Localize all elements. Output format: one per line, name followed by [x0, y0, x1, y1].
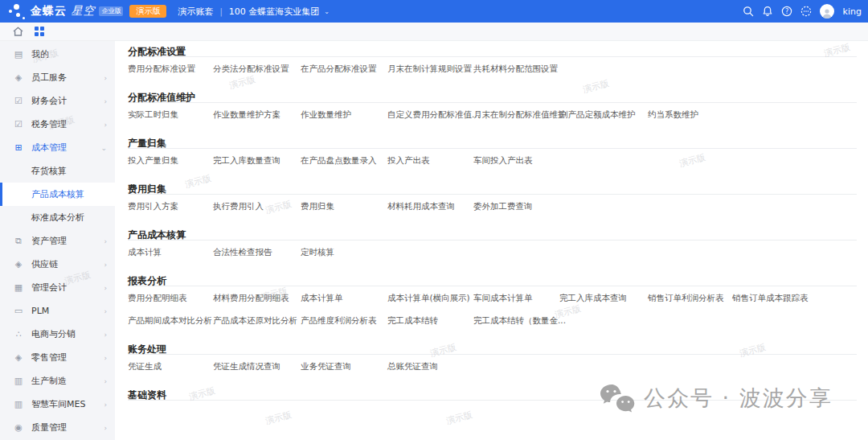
section-title: 分配标准设置 — [128, 46, 857, 57]
menu-item[interactable]: 产品成本还原对比分析 — [213, 309, 297, 331]
menu-item[interactable]: 车间成本计算单 — [473, 286, 533, 309]
menu-item[interactable]: 业务凭证查询 — [301, 355, 351, 377]
org-name: 100 金蝶蓝海实业集团 — [229, 6, 320, 18]
menu-item[interactable]: 在产品盘点数量录入 — [301, 149, 377, 171]
sidebar-item-tax-management[interactable]: ☑税务管理› — [0, 113, 115, 136]
menu-item[interactable]: 月末在制计算规则设置 — [387, 57, 472, 80]
menu-item[interactable]: 作业数量维护 — [301, 103, 351, 125]
sidebar-item-production-manufacturing[interactable]: ▥生产制造› — [0, 369, 115, 393]
layers-icon: ◈ — [13, 259, 24, 269]
menu-item[interactable]: 销售订单利润分析表 — [648, 286, 724, 309]
menu-row: 费用分配明细表材料费用分配明细表成本计算单成本计算单(横向展示)车间成本计算单完… — [128, 286, 868, 309]
sidebar-item-asset-management[interactable]: ⧉资产管理› — [0, 229, 115, 253]
menu-item[interactable]: 凭证生成情况查询 — [213, 355, 280, 377]
menu-item[interactable]: 完工成本结转（数量金... — [473, 309, 566, 331]
menu-item[interactable]: 车间投入产出表 — [473, 149, 533, 171]
menu-item[interactable]: 总账凭证查询 — [387, 355, 438, 377]
menu-item[interactable]: 作业数量维护方案 — [213, 103, 280, 125]
menu-item[interactable]: 凭证生成 — [128, 355, 162, 377]
menu-item[interactable]: 执行费用引入 — [213, 195, 264, 217]
sidebar-item-my[interactable]: ▤我的 — [0, 43, 115, 66]
sidebar-subitem-inventory-accounting[interactable]: 存货核算 — [0, 159, 115, 183]
chevron-right-icon: › — [104, 377, 107, 385]
sidebar-subitem-standard-cost-analysis[interactable]: 标准成本分析 — [0, 206, 115, 229]
menu-item[interactable]: 费用分配明细表 — [128, 286, 187, 309]
menu-item[interactable]: 成本计算单 — [301, 286, 343, 309]
menu-item[interactable]: 投入产出表 — [387, 149, 430, 171]
menu-item[interactable]: 完工成本结转 — [387, 309, 438, 331]
menu-item[interactable]: 合法性检查报告 — [213, 241, 272, 263]
help-icon[interactable]: ? — [781, 6, 793, 18]
menu-item[interactable]: 副产品定额成本维护 — [559, 103, 636, 125]
menu-item[interactable]: 材料耗用成本查询 — [387, 195, 455, 217]
menu-row: 投入产量归集完工入库数量查询在产品盘点数量录入投入产出表车间投入产出表 — [128, 149, 868, 171]
layers-icon: ◈ — [13, 352, 24, 363]
home-icon[interactable] — [13, 27, 23, 36]
sidebar-item-ecommerce-distribution[interactable]: ∴电商与分销› — [0, 323, 115, 346]
sidebar-subitem-label: 标准成本分析 — [31, 212, 84, 224]
menu-item[interactable]: 在产品分配标准设置 — [301, 57, 377, 80]
more-icon[interactable] — [800, 6, 813, 18]
menu-section: 基础资料 — [128, 384, 868, 408]
account-label: 演示账套 — [178, 6, 213, 18]
sidebar-item-plm[interactable]: ▭PLM› — [0, 299, 115, 323]
menu-item[interactable]: 费用引入方案 — [128, 195, 178, 217]
menu-content: 分配标准设置费用分配标准设置分类法分配标准设置在产品分配标准设置月末在制计算规则… — [115, 41, 868, 440]
menu-item[interactable]: 定时核算 — [301, 241, 334, 263]
menu-item[interactable]: 分类法分配标准设置 — [213, 57, 289, 80]
menu-item[interactable]: 费用分配标准设置 — [128, 57, 195, 80]
menu-item[interactable]: 约当系数维护 — [648, 103, 698, 125]
brand-main: 金蝶云 — [31, 4, 67, 17]
chevron-right-icon: › — [104, 97, 107, 105]
section-title: 分配标准值维护 — [128, 92, 857, 103]
menu-item[interactable]: 材料费用分配明细表 — [213, 286, 289, 309]
menu-item[interactable]: 完工入库数量查询 — [213, 149, 280, 171]
menu-item[interactable]: 产品维度利润分析表 — [301, 309, 377, 331]
sidebar-item-employee-services[interactable]: ◈员工服务› — [0, 66, 115, 89]
sidebar-item-quality-management[interactable]: ◉质量管理› — [0, 416, 115, 439]
menu-section: 账务处理凭证生成凭证生成情况查询业务凭证查询总账凭证查询 — [128, 339, 868, 384]
menu-item[interactable]: 自定义费用分配标准值... — [387, 103, 480, 125]
chevron-right-icon: › — [104, 331, 107, 339]
menu-item[interactable]: 成本计算单(横向展示) — [387, 286, 470, 309]
sidebar-item-supply-chain[interactable]: ◈供应链› — [0, 253, 115, 276]
menu-item[interactable]: 共耗材料分配范围设置 — [473, 57, 558, 80]
sidebar-item-label: 质量管理 — [31, 421, 104, 434]
sidebar-item-retail-management[interactable]: ◈零售管理› — [0, 346, 115, 369]
brand-title: 金蝶云 星空 — [31, 4, 95, 19]
menu-row: 凭证生成凭证生成情况查询业务凭证查询总账凭证查询 — [128, 355, 868, 377]
chevron-right-icon: › — [104, 261, 107, 269]
menu-section: 产品成本核算成本计算合法性检查报告定时核算 — [128, 224, 868, 270]
sidebar-item-label: 财务会计 — [31, 95, 104, 107]
plm-icon: ▭ — [13, 306, 24, 316]
chevron-right-icon: › — [104, 284, 107, 292]
menu-item[interactable]: 月末在制分配标准值维护 — [473, 103, 567, 125]
active-workspace-grid-icon[interactable] — [35, 27, 44, 36]
sidebar-item-smart-workshop-mes[interactable]: ▥智慧车间MES› — [0, 393, 115, 416]
account-separator: | — [219, 7, 222, 16]
sidebar-item-financial-accounting[interactable]: ☑财务会计› — [0, 89, 115, 113]
menu-item[interactable]: 产品期间成本对比分析 — [128, 309, 212, 331]
account-switcher[interactable]: 演示账套 | 100 金蝶蓝海实业集团 ⌄ — [178, 6, 330, 18]
menu-item[interactable]: 销售订单成本跟踪表 — [732, 286, 809, 309]
sidebar-item-management-accounting[interactable]: ▦管理会计› — [0, 276, 115, 299]
demo-version-badge: 演示版 — [129, 5, 166, 18]
menu-item[interactable]: 实际工时归集 — [128, 103, 178, 125]
chevron-down-icon: ⌄ — [324, 8, 330, 15]
sidebar-subitem-product-cost-accounting[interactable]: 产品成本核算 — [0, 183, 115, 206]
user-avatar[interactable] — [820, 4, 834, 19]
svg-text:?: ? — [785, 8, 788, 15]
menu-item[interactable]: 完工入库成本查询 — [559, 286, 627, 309]
sidebar-item-label: 税务管理 — [31, 118, 104, 130]
sidebar-item-cost-management[interactable]: ⊞成本管理⌄ — [0, 136, 115, 159]
brand-sub: 星空 — [71, 4, 95, 17]
search-icon[interactable] — [743, 6, 755, 18]
menu-item[interactable]: 费用归集 — [301, 195, 334, 217]
sidebar-subitem-label: 存货核算 — [31, 165, 67, 177]
menu-item[interactable]: 投入产量归集 — [128, 149, 178, 171]
menu-item[interactable]: 委外加工费查询 — [473, 195, 533, 217]
menu-item[interactable]: 成本计算 — [128, 241, 162, 263]
bell-icon[interactable] — [762, 6, 774, 18]
chevron-right-icon: › — [104, 121, 107, 129]
section-title: 费用归集 — [128, 183, 857, 195]
